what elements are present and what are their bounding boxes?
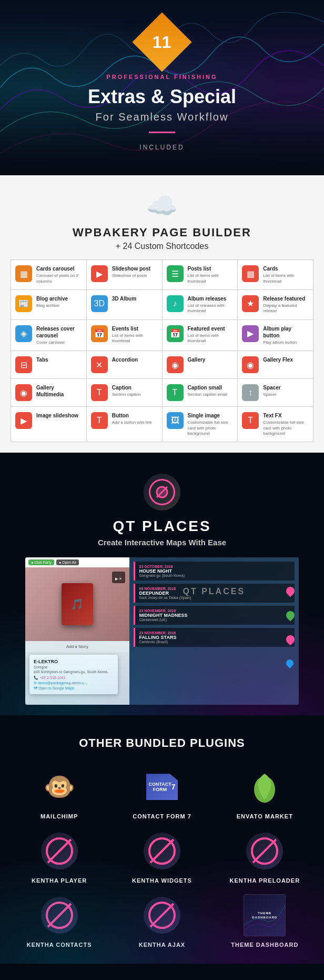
- plugin-name: CONTACT FORM 7: [133, 813, 191, 819]
- shortcode-name: Events list: [112, 325, 158, 332]
- qt-map-toolbar: ● Club Party ● Open Air: [25, 557, 129, 567]
- plugin-name: KENTHA AJAX: [139, 942, 185, 948]
- svg-line-6: [150, 839, 174, 863]
- shortcode-icon: 📅: [91, 325, 108, 342]
- shortcode-desc: Section caption: [112, 392, 141, 397]
- shortcode-desc: Customizable full size card with photo b…: [263, 420, 309, 436]
- shortcode-icon: 📅: [167, 325, 184, 342]
- plugin-icon-kentha: [141, 894, 183, 936]
- shortcode-icon: ↕: [242, 384, 259, 401]
- shortcode-name: Accordion: [112, 356, 138, 363]
- shortcode-icon: ✕: [91, 356, 108, 373]
- shortcode-icon: T: [91, 384, 108, 401]
- qt-event-item: 23 NOVEMBER, 2018 MIDNIGHT MADNESS Clerk…: [134, 606, 295, 625]
- plugin-item: KENTHA AJAX: [113, 894, 210, 948]
- shortcode-item: ▶ Slideshow post Slideshow of posts: [87, 260, 162, 289]
- plugin-name: ENVATO MARKET: [237, 813, 293, 819]
- title-divider: [149, 132, 175, 133]
- shortcode-icon: ▦: [242, 265, 259, 282]
- shortcode-desc: Carousel of posts on 3 columns: [36, 273, 82, 284]
- tag-club-party: ● Club Party: [28, 559, 54, 565]
- shortcodes-grid: ▦ Cards carousel Carousel of posts on 3 …: [11, 259, 313, 442]
- plugin-icon-kentha: [244, 830, 286, 872]
- shortcode-desc: List of releases with thumbnail: [188, 303, 234, 314]
- shortcode-item: T Text FX Customizable full size card wi…: [238, 407, 313, 442]
- shortcode-desc: List of items with thumbnail: [188, 333, 234, 344]
- main-title: Extras & Special: [88, 85, 236, 108]
- shortcode-icon: 📰: [15, 295, 32, 312]
- shortcode-name: Button: [112, 412, 152, 419]
- shortcode-icon: ☰: [167, 265, 184, 282]
- shortcode-name: Caption: [112, 384, 141, 391]
- plugin-item: ENVATO MARKET: [216, 766, 313, 819]
- shortcode-name: 3D Album: [112, 295, 136, 302]
- shortcode-item: ▶ Album play button Play album button: [238, 320, 313, 351]
- plugin-name: KENTHA PRELOADER: [230, 877, 300, 884]
- shortcode-text: Accordion: [112, 356, 138, 364]
- tag-open-air: ● Open Air: [56, 559, 79, 565]
- event-date: 23 OCTOBER, 2018: [139, 565, 290, 568]
- shortcode-item: ◉ Gallery Flex: [238, 351, 313, 378]
- shortcode-text: Cards List of items with thumbnail: [263, 265, 309, 284]
- shortcode-text: Caption Section caption: [112, 384, 141, 397]
- plugin-icon-envato: [244, 766, 286, 808]
- shortcode-item: ★ Release featured Display a featured re…: [238, 290, 313, 319]
- shortcode-icon: T: [242, 412, 259, 429]
- shortcode-desc: Customizable full size card with photo b…: [188, 420, 234, 436]
- shortcode-icon: ▶: [15, 412, 32, 429]
- shortcode-desc: Add a button with link: [112, 420, 152, 425]
- shortcode-text: Button Add a button with link: [112, 412, 152, 425]
- plugin-item: KENTHA CONTACTS: [11, 894, 108, 948]
- shortcode-icon: ◉: [242, 356, 259, 373]
- qt-event-item: 23 OCTOBER, 2018 HOUSE NIGHT Gangnam-gu …: [134, 562, 295, 581]
- shortcode-item: ◉ Gallery: [163, 351, 238, 378]
- shortcode-name: Releases cover carousel: [36, 325, 82, 339]
- plugin-name: KENTHA WIDGETS: [132, 877, 192, 884]
- plugins-title: OTHER BUNDLED PLUGINS: [11, 736, 313, 750]
- qt-section-wrapper: QT PLACES Create Interactive Maps With E…: [0, 453, 324, 715]
- plugin-name: THEME DASHBOARD: [231, 942, 298, 948]
- shortcode-name: Caption small: [188, 384, 228, 391]
- plugins-section: OTHER BUNDLED PLUGINS 🐵 MAILCHIMP CONTAC…: [0, 715, 324, 964]
- event-date: 09 NOVEMBER, 2018: [139, 587, 290, 591]
- shortcode-item: ▦ Cards carousel Carousel of posts on 3 …: [11, 260, 86, 289]
- shortcode-name: Text FX: [263, 412, 309, 419]
- shortcode-text: 3D Album: [112, 295, 136, 303]
- svg-line-4: [48, 839, 71, 863]
- shortcode-text: Release featured Display a featured rele…: [263, 295, 309, 314]
- svg-point-0: [157, 487, 167, 497]
- cloud-icon: ☁️: [146, 191, 178, 221]
- plugin-icon-cf7: CONTACTFORM7: [141, 766, 183, 808]
- qt-places-title: QT PLACES: [113, 518, 211, 535]
- venue-name: E-LEKTRO: [34, 659, 114, 664]
- svg-line-12: [150, 904, 174, 927]
- qt-event-item: 09 NOVEMBER, 2018 DEEPUNDER Sant Josep d…: [134, 584, 295, 603]
- shortcode-text: Gallery Flex: [263, 356, 293, 364]
- shortcode-text: Text FX Customizable full size card with…: [263, 412, 309, 436]
- plugin-item: 🐵 MAILCHIMP: [11, 766, 108, 819]
- shortcode-text: Slideshow post Slideshow of posts: [112, 265, 150, 278]
- included-label: INCLUDED: [139, 144, 184, 151]
- shortcode-item: 3D 3D Album: [87, 290, 162, 319]
- shortcode-name: Image slideshow: [36, 412, 78, 419]
- svg-line-10: [48, 904, 71, 927]
- event-location: Sant Josep de sa Talaia (Spain): [139, 596, 290, 599]
- qt-events-list: 23 OCTOBER, 2018 HOUSE NIGHT Gangnam-gu …: [129, 558, 299, 650]
- shortcode-name: Featured event: [188, 325, 234, 332]
- shortcode-item: T Caption small Section caption small: [163, 379, 238, 406]
- qt-places-subtitle: Create Interactive Maps With Ease: [98, 538, 226, 547]
- qt-section: QT PLACES Create Interactive Maps With E…: [0, 453, 324, 715]
- shortcode-item: ◉ Gallery Multimedia: [11, 379, 86, 406]
- shortcode-desc: Slideshow of posts: [112, 273, 150, 278]
- qt-event-item: 23 NOVEMBER, 2018 FALLING STARS Camboriu…: [134, 628, 295, 647]
- event-location: Clerkenwell (UK): [139, 618, 290, 622]
- qt-logo-inner: [149, 479, 175, 505]
- shortcode-icon: ▶: [242, 325, 259, 342]
- shortcode-desc: Section caption small: [188, 392, 228, 397]
- qt-map-preview: ● Club Party ● Open Air 🎵 ▶ ✕ Add a Stor…: [25, 557, 299, 705]
- shortcode-text: Blog archive Blog archive: [36, 295, 68, 308]
- shortcode-item: 📅 Featured event List of items with thum…: [163, 320, 238, 351]
- shortcode-item: 📅 Events list List of items with thumbna…: [87, 320, 162, 351]
- shortcode-icon: ▶: [91, 265, 108, 282]
- shortcode-icon: ⊟: [15, 356, 32, 373]
